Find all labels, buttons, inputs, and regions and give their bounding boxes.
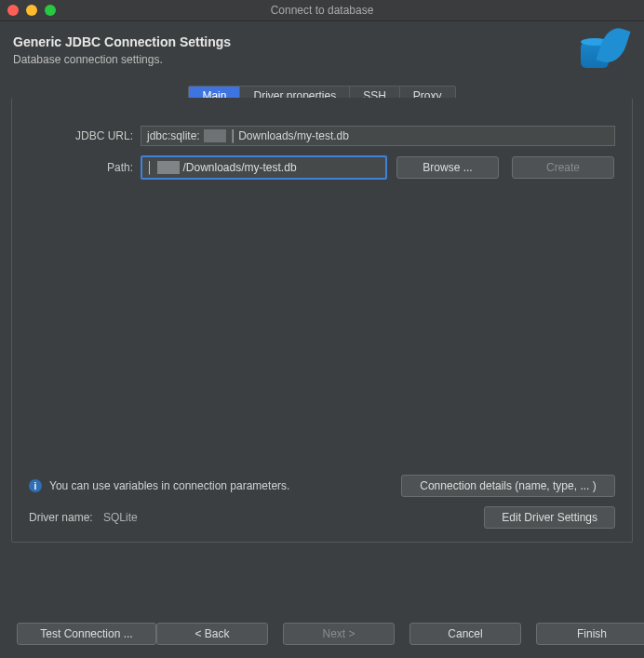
edit-driver-settings-button[interactable]: Edit Driver Settings (484, 506, 615, 529)
label-driver-name: Driver name: (29, 511, 93, 524)
row-jdbc-url: JDBC URL: jdbc:sqlite: │Downloads/my-tes… (29, 126, 615, 146)
create-button[interactable]: Create (512, 156, 614, 179)
close-icon[interactable] (7, 5, 19, 16)
info-text: You can use variables in connection para… (49, 479, 289, 492)
jdbc-url-prefix: jdbc:sqlite: (147, 129, 200, 142)
cancel-button[interactable]: Cancel (409, 623, 521, 645)
connection-details-button[interactable]: Connection details (name, type, ... ) (401, 475, 615, 497)
browse-button[interactable]: Browse ... (396, 156, 499, 179)
input-path[interactable]: │ /Downloads/my-test.db (141, 155, 387, 180)
next-button[interactable]: Next > (283, 623, 395, 645)
tab-panel-main: JDBC URL: jdbc:sqlite: │Downloads/my-tes… (11, 98, 633, 543)
info-icon: i (29, 479, 42, 492)
test-connection-button[interactable]: Test Connection ... (17, 623, 156, 645)
input-jdbc-url[interactable]: jdbc:sqlite: │Downloads/my-test.db (141, 126, 615, 146)
maximize-icon[interactable] (45, 5, 56, 16)
database-feather-icon (577, 29, 625, 71)
jdbc-url-suffix: Downloads/my-test.db (238, 129, 349, 142)
window-titlebar: Connect to database (0, 0, 644, 21)
redacted-segment (204, 129, 226, 142)
window-title: Connect to database (0, 4, 644, 17)
label-path: Path: (29, 161, 141, 174)
redacted-segment (157, 161, 180, 174)
finish-button[interactable]: Finish (536, 623, 644, 645)
path-value: /Downloads/my-test.db (183, 161, 297, 174)
driver-name-row: Driver name: SQLite (29, 511, 138, 524)
info-note: i You can use variables in connection pa… (29, 479, 289, 492)
minimize-icon[interactable] (26, 5, 37, 16)
text-caret: │ (146, 161, 154, 174)
driver-name-value: SQLite (103, 511, 138, 524)
text-caret: │ (230, 129, 237, 142)
dialog-header: Generic JDBC Connection Settings Databas… (0, 21, 644, 82)
label-jdbc-url: JDBC URL: (29, 129, 141, 142)
wizard-footer: Test Connection ... < Back Next > Cancel… (0, 623, 644, 645)
row-path: Path: │ /Downloads/my-test.db Browse ...… (29, 155, 615, 180)
page-subtitle: Database connection settings. (13, 53, 231, 66)
page-title: Generic JDBC Connection Settings (13, 34, 231, 49)
traffic-lights (7, 5, 56, 16)
back-button[interactable]: < Back (156, 623, 268, 645)
